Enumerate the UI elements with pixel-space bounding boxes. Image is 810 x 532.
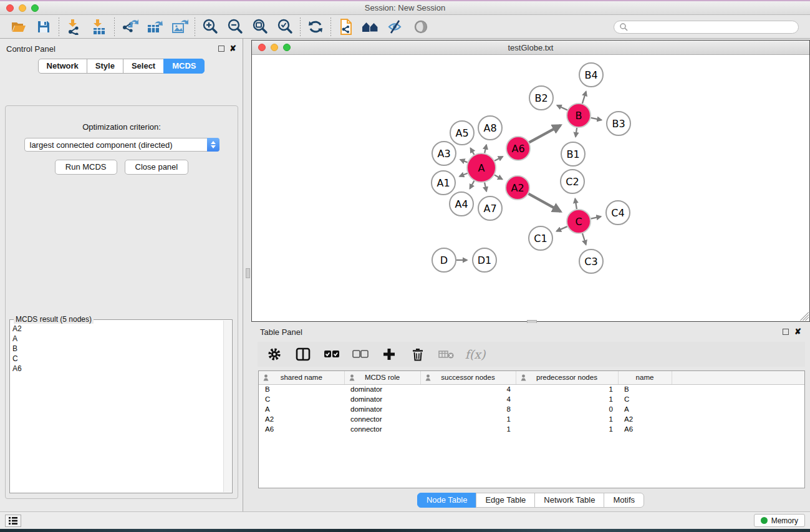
zoom-out-icon[interactable] [223,17,248,37]
node-A[interactable]: A [467,153,496,182]
edge-A-A8[interactable] [485,145,486,153]
node-D[interactable]: D [432,248,456,272]
add-column-icon[interactable] [381,346,397,362]
run-mcds-button[interactable]: Run MCDS [55,160,117,175]
node-C2[interactable]: C2 [561,170,584,193]
node-B3[interactable]: B3 [607,112,630,135]
result-scrollbar[interactable] [223,321,231,492]
network-canvas[interactable]: B4B2BB3A8A5A6A3B1AC2A1A2A4A7C4CC1DD1C3 [252,55,809,321]
result-item[interactable]: A2 [12,324,223,334]
export-image-icon[interactable] [167,17,192,37]
select-all-icon[interactable] [324,346,340,362]
tab-style[interactable]: Style [87,59,123,74]
optimization-criterion-dropdown[interactable]: largest connected component (directed) [24,138,219,152]
table-row[interactable]: Bdominator41B [259,384,804,394]
result-item[interactable]: C [12,354,223,364]
gear-icon[interactable] [266,346,282,362]
tab-network[interactable]: Network [38,59,87,74]
refresh-icon[interactable] [303,17,328,37]
edge-C-C2[interactable] [575,199,577,210]
edge-B-B1[interactable] [576,128,577,137]
column-header[interactable]: predecessor nodes [516,371,618,384]
node-A3[interactable]: A3 [432,142,456,165]
edge-A6-B[interactable] [529,125,561,143]
table-header-row[interactable]: shared nameMCDS rolesuccessor nodesprede… [259,371,804,384]
node-A7[interactable]: A7 [478,196,502,220]
node-A8[interactable]: A8 [478,116,502,140]
import-table-icon[interactable] [87,17,112,37]
column-header[interactable]: MCDS role [344,371,420,384]
import-network-icon[interactable] [62,17,87,37]
edge-A-A6[interactable] [494,157,503,161]
node-A4[interactable]: A4 [450,192,473,216]
float-panel-icon[interactable] [218,46,224,52]
edge-B-B4[interactable] [582,92,586,104]
result-item[interactable]: B [12,344,223,354]
node-C1[interactable]: C1 [529,226,552,250]
tab-network-table[interactable]: Network Table [534,493,604,508]
task-history-button[interactable] [5,515,21,527]
edge-A-A5[interactable] [471,148,475,155]
export-network-icon[interactable] [117,17,142,37]
node-B2[interactable]: B2 [529,86,553,110]
select-none-icon[interactable] [352,346,369,362]
close-panel-button[interactable]: Close panel [125,160,189,175]
network-window-titlebar[interactable]: testGlobe.txt [252,41,809,55]
split-handle-vertical[interactable] [246,268,250,278]
column-header[interactable]: name [618,371,672,384]
mcds-result-list[interactable]: A2ABCA6 [12,324,223,491]
tab-mcds[interactable]: MCDS [163,59,205,74]
node-B4[interactable]: B4 [579,63,603,87]
trash-icon[interactable] [410,346,426,362]
node-B[interactable]: B [567,104,591,127]
edge-B-B3[interactable] [591,118,602,120]
zoom-in-icon[interactable] [198,17,223,37]
column-header[interactable]: successor nodes [420,371,516,384]
hide-icon[interactable] [383,17,408,37]
tab-select[interactable]: Select [123,59,164,74]
columns-icon[interactable] [295,346,311,362]
search-input[interactable] [628,22,793,31]
houses-icon[interactable] [359,17,383,37]
node-C[interactable]: C [567,210,591,233]
node-A6[interactable]: A6 [506,137,530,160]
delete-table-icon[interactable] [438,346,455,362]
open-session-icon[interactable] [6,17,31,37]
edge-C-C4[interactable] [591,216,601,219]
memory-button[interactable]: Memory [754,514,805,527]
node-table[interactable]: shared nameMCDS rolesuccessor nodesprede… [258,370,805,488]
window-resize-grip[interactable] [800,312,809,321]
column-header[interactable]: shared name [259,371,344,384]
function-builder-icon[interactable]: f(x) [467,346,483,362]
edge-A2-C[interactable] [529,194,561,211]
save-session-icon[interactable] [31,17,56,37]
table-row[interactable]: A2connector11A2 [259,414,804,424]
float-table-panel-icon[interactable] [783,329,789,335]
table-row[interactable]: A6connector11A6 [259,424,804,434]
node-D1[interactable]: D1 [473,248,496,272]
tab-motifs[interactable]: Motifs [604,493,644,508]
network-from-document-icon[interactable] [334,17,359,37]
table-row[interactable]: Adominator80A [259,404,804,414]
table-row[interactable]: Cdominator41C [259,394,804,404]
edge-A-A2[interactable] [494,175,502,180]
node-A1[interactable]: A1 [432,171,455,195]
result-item[interactable]: A [12,334,223,344]
show-icon[interactable] [408,17,433,37]
edge-A-A1[interactable] [460,173,468,177]
close-table-panel-icon[interactable]: ✘ [794,329,801,335]
close-panel-icon[interactable]: ✘ [229,46,236,52]
edge-A-A4[interactable] [470,181,475,188]
export-table-icon[interactable] [142,17,167,37]
zoom-fit-icon[interactable] [248,17,272,37]
edge-C-C1[interactable] [557,226,567,231]
node-B1[interactable]: B1 [561,142,585,166]
tab-edge-table[interactable]: Edge Table [476,493,535,508]
edge-C-C3[interactable] [582,233,586,244]
result-item[interactable]: A6 [12,364,223,374]
node-C4[interactable]: C4 [606,201,630,225]
tab-node-table[interactable]: Node Table [417,493,477,508]
node-C3[interactable]: C3 [579,249,603,273]
edge-B-B2[interactable] [557,105,567,110]
node-A2[interactable]: A2 [506,176,529,200]
